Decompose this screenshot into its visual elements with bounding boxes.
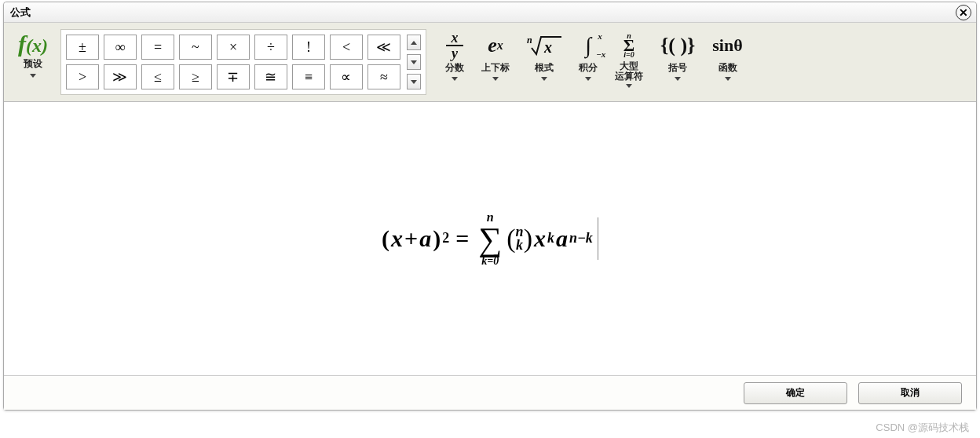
chevron-down-icon xyxy=(30,74,36,78)
sym-less[interactable]: < xyxy=(330,35,363,60)
chevron-down-icon xyxy=(585,77,591,81)
category-bracket[interactable]: {( )} 括号 xyxy=(654,29,701,89)
watermark: CSDN @源码技术栈 xyxy=(876,421,969,435)
sym-identical[interactable]: ≡ xyxy=(292,64,325,89)
symbol-row-1: ± ∞ = ~ × ÷ ! < ≪ xyxy=(66,35,400,60)
category-function[interactable]: sinθ 函数 xyxy=(706,29,748,89)
sym-leq[interactable]: ≤ xyxy=(141,64,174,89)
sym-propto[interactable]: ∝ xyxy=(330,64,363,89)
function-icon: sinθ xyxy=(712,31,742,60)
cancel-button[interactable]: 取消 xyxy=(858,382,962,404)
formula-canvas[interactable]: ( x + a ) 2 = n ∑ k=0 ( n k ) xk an−k xyxy=(4,102,976,375)
bigop-icon: nΣi=0 xyxy=(623,31,634,60)
sym-greater[interactable]: > xyxy=(66,64,99,89)
sym-much-less[interactable]: ≪ xyxy=(368,35,400,60)
category-label: 分数 xyxy=(445,61,464,75)
symbol-row-2: > ≫ ≤ ≥ ∓ ≅ ≡ ∝ ≈ xyxy=(66,64,400,89)
title-bar: 公式 ✕ xyxy=(4,2,976,23)
category-label: 根式 xyxy=(535,61,554,75)
symbol-panel: ± ∞ = ~ × ÷ ! < ≪ > ≫ ≤ ≥ ∓ ≅ ≡ xyxy=(60,29,426,95)
category-label: 上下标 xyxy=(481,61,510,75)
sym-divide[interactable]: ÷ xyxy=(254,35,287,60)
chevron-down-icon xyxy=(452,77,458,81)
svg-text:x: x xyxy=(543,38,552,56)
preset-menu[interactable]: f(x) 预设 xyxy=(13,29,53,81)
chevron-down-icon xyxy=(675,77,681,81)
sym-times[interactable]: × xyxy=(217,35,250,60)
radical-icon: n x xyxy=(527,31,561,60)
chevron-down-icon xyxy=(411,60,417,64)
symbol-scroll xyxy=(407,35,421,89)
symbol-scroll-more[interactable] xyxy=(407,74,421,89)
chevron-down-icon xyxy=(626,84,632,88)
dialog-footer: 确定 取消 xyxy=(4,375,976,410)
formula-content: ( x + a ) 2 = n ∑ k=0 ( n k ) xk an−k xyxy=(382,211,598,266)
sym-congruent[interactable]: ≅ xyxy=(254,64,287,89)
sym-equals[interactable]: = xyxy=(141,35,174,60)
sym-tilde[interactable]: ~ xyxy=(179,35,212,60)
sym-plus-minus[interactable]: ± xyxy=(66,35,99,60)
sym-minus-plus[interactable]: ∓ xyxy=(217,64,250,89)
bracket-icon: {( )} xyxy=(660,31,695,60)
sym-infinity[interactable]: ∞ xyxy=(104,35,137,60)
category-fraction[interactable]: xy 分数 xyxy=(439,29,470,89)
category-label: 积分 xyxy=(579,61,598,75)
svg-text:n: n xyxy=(527,35,532,46)
symbol-scroll-up[interactable] xyxy=(407,35,421,50)
category-bigop[interactable]: nΣi=0 大型运算符 xyxy=(609,29,649,89)
chevron-down-icon xyxy=(541,77,547,81)
fraction-icon: xy xyxy=(446,31,463,60)
sym-much-greater[interactable]: ≫ xyxy=(104,64,137,89)
formula-dialog: 公式 ✕ f(x) 预设 ± ∞ = ~ × ÷ ! < ≪ xyxy=(3,2,977,411)
category-label: 大型运算符 xyxy=(615,61,643,82)
sym-factorial[interactable]: ! xyxy=(292,35,325,60)
chevron-down-icon xyxy=(411,80,417,84)
script-icon: ex xyxy=(488,31,503,60)
integral-icon: ∫−xx xyxy=(585,31,591,60)
sym-approx[interactable]: ≈ xyxy=(368,64,400,89)
text-cursor xyxy=(598,217,598,260)
close-button[interactable]: ✕ xyxy=(956,5,971,20)
ok-button[interactable]: 确定 xyxy=(744,382,847,404)
sym-geq[interactable]: ≥ xyxy=(179,64,212,89)
category-integral[interactable]: ∫−xx 积分 xyxy=(572,29,604,89)
toolbar: f(x) 预设 ± ∞ = ~ × ÷ ! < ≪ > ≫ xyxy=(4,23,976,102)
dialog-title: 公式 xyxy=(10,5,31,20)
symbol-scroll-down[interactable] xyxy=(407,54,421,70)
category-script[interactable]: ex 上下标 xyxy=(475,29,516,89)
chevron-down-icon xyxy=(492,77,499,81)
category-radical[interactable]: n x 根式 xyxy=(521,29,568,89)
close-icon: ✕ xyxy=(959,6,968,19)
chevron-down-icon xyxy=(725,77,731,81)
category-group: xy 分数 ex 上下标 n x xyxy=(439,29,749,89)
category-label: 括号 xyxy=(668,61,687,75)
preset-label: 预设 xyxy=(24,57,42,71)
preset-icon: f(x) xyxy=(18,32,48,56)
category-label: 函数 xyxy=(719,61,737,75)
chevron-up-icon xyxy=(411,41,417,45)
